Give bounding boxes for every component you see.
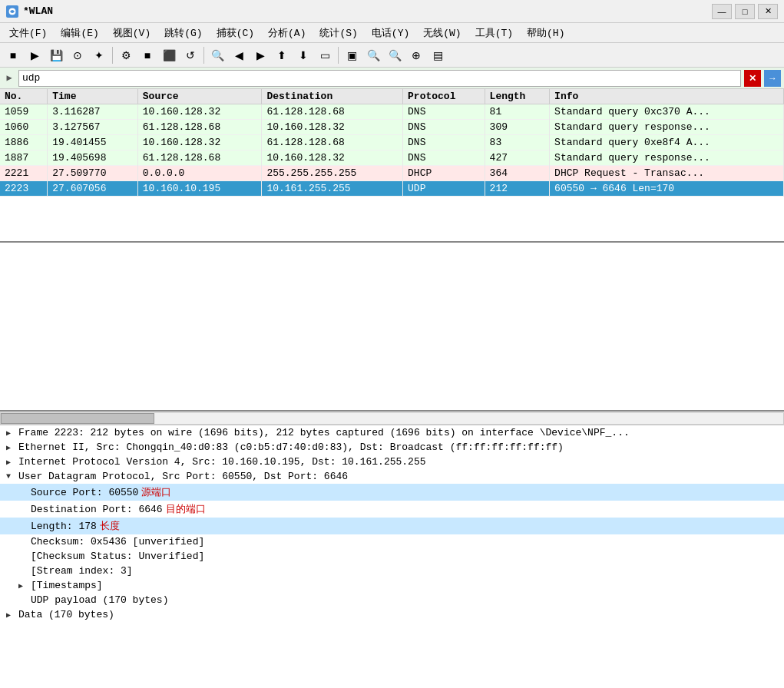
cell-protocol: DHCP	[403, 166, 485, 181]
toolbar-find-btn[interactable]: 🔍	[207, 45, 227, 65]
expand-arrow-ethernet[interactable]: ▶	[6, 443, 15, 452]
toolbar-reload-btn[interactable]: ✦	[89, 45, 109, 65]
child-text-timestamps: [Timestamps]	[31, 580, 103, 591]
title-text: *WLAN	[23, 5, 53, 17]
expand-arrow-udp[interactable]: ▼	[6, 472, 15, 481]
detail-item-udp[interactable]: ▼User Datagram Protocol, Src Port: 60550…	[0, 469, 784, 484]
table-row[interactable]: 188619.40145510.160.128.3261.128.128.68D…	[0, 135, 784, 150]
toolbar-goto-btn[interactable]: ⬆	[272, 45, 292, 65]
cell-length: 427	[485, 150, 549, 166]
detail-item-ethernet[interactable]: ▶Ethernet II, Src: Chongqin_40:d0:83 (c0…	[0, 440, 784, 455]
menu-item-analyze[interactable]: 分析(A)	[262, 25, 312, 41]
child-text-src-port: Source Port: 60550	[31, 487, 138, 498]
title-bar-controls: — □ ✕	[712, 4, 778, 19]
toolbar-zoom-out-btn[interactable]: 🔍	[385, 45, 405, 65]
cell-source: 10.160.10.195	[137, 181, 262, 197]
menu-item-tools[interactable]: 工具(T)	[469, 25, 519, 41]
toolbar-start-btn[interactable]: ■	[137, 45, 157, 65]
detail-child-src-port[interactable]: Source Port: 60550 源端口	[0, 484, 784, 501]
cell-time: 3.127567	[48, 120, 138, 135]
menu-item-view[interactable]: 视图(V)	[107, 25, 157, 41]
close-button[interactable]: ✕	[758, 4, 778, 19]
menu-item-edit[interactable]: 编辑(E)	[55, 25, 104, 41]
menu-item-goto[interactable]: 跳转(G)	[158, 25, 208, 41]
cell-protocol: DNS	[403, 135, 485, 150]
cell-source: 61.128.128.68	[137, 150, 262, 166]
cell-source: 10.160.128.32	[137, 104, 262, 120]
table-row[interactable]: 10593.11628710.160.128.3261.128.128.68DN…	[0, 104, 784, 120]
toolbar-sep-2	[203, 47, 204, 64]
detail-child-timestamps[interactable]: ▶[Timestamps]	[0, 578, 784, 593]
child-text-length: Length: 178	[31, 521, 97, 532]
menu-item-telephony[interactable]: 电话(Y)	[366, 25, 415, 41]
toolbar-save-btn[interactable]: 💾	[46, 45, 66, 65]
annotation-src-port: 源端口	[141, 485, 171, 499]
cell-time: 27.607056	[48, 181, 138, 197]
packet-table-body: 10593.11628710.160.128.3261.128.128.68DN…	[0, 104, 784, 197]
table-row[interactable]: 222127.5097700.0.0.0255.255.255.255DHCP3…	[0, 166, 784, 181]
maximize-button[interactable]: □	[735, 4, 755, 19]
hex-dump-area	[0, 243, 784, 412]
toolbar-open-btn[interactable]: ▶	[25, 45, 45, 65]
minimize-button[interactable]: —	[712, 4, 732, 19]
cell-source: 0.0.0.0	[137, 166, 262, 181]
filter-apply-button[interactable]: →	[764, 70, 781, 87]
expand-arrow-data[interactable]: ▶	[6, 610, 15, 620]
toolbar-back-btn[interactable]: ◀	[229, 45, 249, 65]
detail-item-frame[interactable]: ▶Frame 2223: 212 bytes on wire (1696 bit…	[0, 425, 784, 440]
cell-no: 1887	[0, 150, 48, 166]
detail-child-length[interactable]: Length: 178 长度	[0, 518, 784, 534]
menu-item-file[interactable]: 文件(F)	[3, 25, 53, 41]
toolbar-top-btn[interactable]: ⬇	[293, 45, 313, 65]
toolbar-colorize-btn[interactable]: ▣	[342, 45, 362, 65]
detail-child-checksum[interactable]: Checksum: 0x5436 [unverified]	[0, 534, 784, 549]
expand-arrow-timestamps[interactable]: ▶	[18, 581, 28, 590]
detail-child-udp-payload[interactable]: UDP payload (170 bytes)	[0, 593, 784, 607]
toolbar-zoom-in-btn[interactable]: 🔍	[363, 45, 383, 65]
toolbar-restart-btn[interactable]: ↺	[180, 45, 200, 65]
col-header-time[interactable]: Time	[48, 89, 138, 104]
detail-item-ip[interactable]: ▶Internet Protocol Version 4, Src: 10.16…	[0, 455, 784, 469]
toolbar-close-btn[interactable]: ⊙	[68, 45, 88, 65]
detail-child-stream-index[interactable]: [Stream index: 3]	[0, 564, 784, 578]
toolbar-new-btn[interactable]: ■	[3, 45, 23, 65]
detail-text-frame: Frame 2223: 212 bytes on wire (1696 bits…	[18, 427, 630, 438]
menu-item-capture[interactable]: 捕获(C)	[210, 25, 260, 41]
packet-list-area[interactable]: No.TimeSourceDestinationProtocolLengthIn…	[0, 89, 784, 243]
hscroll-track[interactable]	[0, 412, 784, 425]
detail-child-checksum-status[interactable]: [Checksum Status: Unverified]	[0, 549, 784, 564]
col-header-source[interactable]: Source	[137, 89, 262, 104]
toolbar-forward-btn[interactable]: ▶	[250, 45, 270, 65]
table-row[interactable]: 10603.12756761.128.128.6810.160.128.32DN…	[0, 120, 784, 135]
table-row[interactable]: 222327.60705610.160.10.19510.161.255.255…	[0, 181, 784, 197]
menu-item-statistics[interactable]: 统计(S)	[313, 25, 363, 41]
toolbar-stop-btn[interactable]: ⬛	[159, 45, 179, 65]
detail-panel: ▶Frame 2223: 212 bytes on wire (1696 bit…	[0, 425, 784, 688]
col-header-no[interactable]: No.	[0, 89, 48, 104]
menu-item-wireless[interactable]: 无线(W)	[417, 25, 467, 41]
filter-clear-button[interactable]: ✕	[744, 70, 761, 87]
expand-arrow-frame[interactable]: ▶	[6, 428, 15, 438]
col-header-protocol[interactable]: Protocol	[403, 89, 485, 104]
detail-child-dst-port[interactable]: Destination Port: 6646 目的端口	[0, 501, 784, 518]
cell-info: 60550 → 6646 Len=170	[550, 181, 784, 197]
toolbar-resize-btn[interactable]: ▤	[428, 45, 448, 65]
title-bar-left: *WLAN	[6, 5, 53, 18]
col-header-info[interactable]: Info	[550, 89, 784, 104]
hscroll-thumb[interactable]	[1, 413, 154, 424]
toolbar-capture-options-btn[interactable]: ⚙	[116, 45, 136, 65]
col-header-destination[interactable]: Destination	[262, 89, 403, 104]
cell-protocol: DNS	[403, 150, 485, 166]
filter-input[interactable]	[18, 70, 741, 87]
menu-item-help[interactable]: 帮助(H)	[521, 25, 571, 41]
cell-destination: 10.161.255.255	[262, 181, 403, 197]
expand-arrow-ip[interactable]: ▶	[6, 458, 15, 467]
cell-source: 61.128.128.68	[137, 120, 262, 135]
toolbar-zoom-normal-btn[interactable]: ⊕	[406, 45, 426, 65]
table-row[interactable]: 188719.40569861.128.128.6810.160.128.32D…	[0, 150, 784, 166]
horizontal-scrollbar[interactable]	[0, 412, 784, 425]
cell-destination: 10.160.128.32	[262, 120, 403, 135]
detail-item-data[interactable]: ▶Data (170 bytes)	[0, 607, 784, 622]
toolbar-bottom-btn[interactable]: ▭	[315, 45, 335, 65]
col-header-length[interactable]: Length	[485, 89, 549, 104]
